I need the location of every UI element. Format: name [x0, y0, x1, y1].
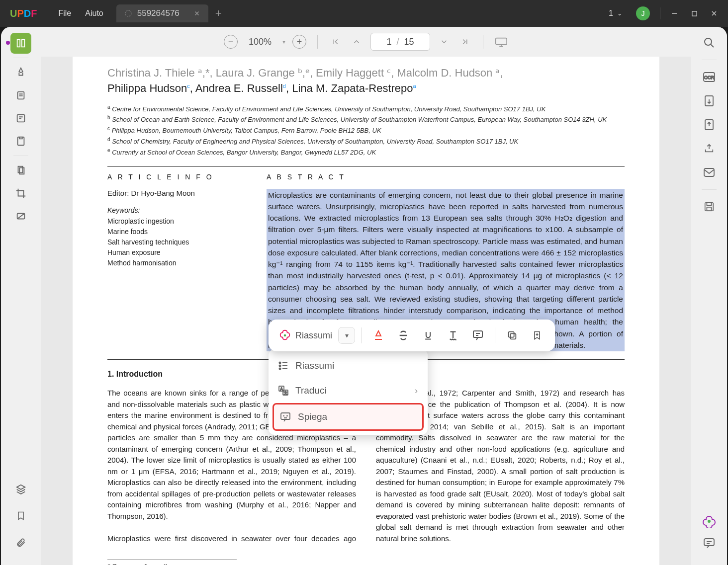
- close-icon[interactable]: [193, 10, 200, 17]
- menu-help[interactable]: Aiuto: [78, 6, 110, 21]
- zoom-out-button[interactable]: −: [224, 35, 238, 49]
- bookmark-selection-button[interactable]: [526, 324, 548, 346]
- corresponding-author: * Corresponding author. E-mail address: …: [107, 559, 237, 565]
- authors-line: Christina J. Thiele ᵃ,*, Laura J. Grange…: [107, 66, 625, 96]
- divider: [660, 7, 660, 19]
- page-input[interactable]: 1 / 15: [370, 33, 430, 51]
- ai-logo-icon[interactable]: [702, 514, 716, 528]
- last-page-button[interactable]: [458, 35, 472, 49]
- divider: [107, 166, 625, 167]
- note-tool-button[interactable]: [10, 85, 31, 106]
- view-count: 1: [609, 9, 613, 18]
- svg-rect-17: [707, 207, 711, 211]
- user-avatar[interactable]: J: [636, 6, 650, 20]
- keyword: Method harmonisation: [107, 258, 247, 268]
- redact-tool-button[interactable]: [10, 206, 31, 227]
- chevron-right-icon: ›: [415, 385, 418, 396]
- svg-rect-21: [473, 331, 482, 337]
- squiggly-button[interactable]: [442, 324, 464, 346]
- zoom-value: 100%: [245, 37, 275, 47]
- keyword: Microplastic ingestion: [107, 216, 247, 227]
- highlight-tool-button[interactable]: [10, 62, 31, 83]
- svg-point-9: [705, 38, 712, 45]
- list-icon: [278, 361, 288, 370]
- divider: [702, 189, 717, 190]
- app-logo: UPDF: [10, 8, 37, 19]
- selection-toolbar: Riassumi ▾: [269, 320, 555, 351]
- next-page-button[interactable]: [437, 35, 451, 49]
- zoom-dropdown-icon[interactable]: ▾: [282, 38, 285, 45]
- svg-point-18: [708, 520, 711, 523]
- divider: [13, 156, 28, 156]
- svg-rect-15: [705, 203, 714, 211]
- dropdown-item-summarize[interactable]: Riassumi: [273, 353, 424, 378]
- strikethrough-button[interactable]: [392, 324, 414, 346]
- abstract-heading: A B S T R A C T: [267, 173, 625, 181]
- notification-dot-icon: [6, 41, 10, 45]
- reader-mode-button[interactable]: [10, 33, 31, 54]
- zoom-in-button[interactable]: +: [292, 35, 306, 49]
- svg-rect-31: [281, 413, 290, 419]
- divider: [361, 327, 362, 343]
- svg-text:文: 文: [284, 391, 287, 395]
- close-window-button[interactable]: [704, 3, 724, 23]
- svg-rect-8: [496, 38, 507, 45]
- divider: [483, 35, 483, 49]
- ai-dropdown-button[interactable]: ▾: [338, 327, 355, 344]
- convert-button[interactable]: [700, 92, 718, 110]
- save-button[interactable]: [700, 198, 718, 216]
- layers-button[interactable]: [10, 479, 31, 499]
- underline-button[interactable]: [417, 324, 439, 346]
- keywords-label: Keywords:: [107, 206, 247, 214]
- keyword: Salt harvesting techniques: [107, 237, 247, 247]
- svg-point-0: [125, 10, 131, 16]
- divider: [317, 35, 318, 49]
- comment-button[interactable]: [467, 324, 489, 346]
- bookmark-button[interactable]: [10, 505, 31, 526]
- svg-rect-4: [18, 137, 24, 146]
- divider: [13, 58, 28, 58]
- svg-rect-16: [707, 203, 711, 206]
- text-tool-button[interactable]: [10, 108, 31, 129]
- pages-tool-button[interactable]: [10, 160, 31, 181]
- chevron-down-icon[interactable]: ⌄: [617, 10, 622, 17]
- svg-point-25: [279, 365, 281, 367]
- article-info-heading: A R T I C L E I N F O: [107, 173, 247, 181]
- share-button[interactable]: [700, 140, 718, 158]
- export-button[interactable]: [700, 116, 718, 134]
- dropdown-item-translate[interactable]: A文 Traduci ›: [273, 378, 424, 403]
- ai-summarize-button[interactable]: Riassumi: [275, 329, 335, 342]
- document-tab[interactable]: 559264576: [116, 4, 208, 22]
- dropdown-item-explain[interactable]: Spiega: [273, 403, 424, 431]
- divider: [702, 60, 717, 60]
- explain-icon: [280, 412, 291, 422]
- first-page-button[interactable]: [329, 35, 343, 49]
- svg-text:OCR: OCR: [704, 75, 715, 80]
- ocr-button[interactable]: OCR: [700, 68, 718, 86]
- svg-text:A: A: [280, 387, 283, 391]
- highlight-color-button[interactable]: [367, 324, 389, 346]
- ai-dropdown-menu: Riassumi A文 Traduci › Spiega: [269, 349, 428, 435]
- svg-point-26: [279, 368, 281, 370]
- search-button[interactable]: [700, 34, 718, 52]
- divider: [47, 7, 47, 19]
- presentation-button[interactable]: [494, 35, 508, 49]
- copy-button[interactable]: [501, 324, 523, 346]
- chat-button[interactable]: [700, 534, 718, 552]
- prev-page-button[interactable]: [350, 35, 364, 49]
- menu-file[interactable]: File: [51, 6, 78, 21]
- ai-flower-icon: [278, 329, 291, 342]
- svg-rect-23: [509, 332, 514, 337]
- svg-point-24: [279, 362, 281, 364]
- keyword: Human exposure: [107, 247, 247, 258]
- divider: [495, 327, 495, 343]
- keyword: Marine foods: [107, 227, 247, 237]
- form-tool-button[interactable]: [10, 131, 31, 152]
- email-button[interactable]: [700, 163, 718, 181]
- maximize-button[interactable]: [684, 3, 704, 23]
- attachment-button[interactable]: [10, 532, 31, 553]
- crop-tool-button[interactable]: [10, 183, 31, 204]
- minimize-button[interactable]: [664, 3, 684, 23]
- svg-point-20: [284, 334, 286, 337]
- add-tab-button[interactable]: +: [215, 7, 222, 20]
